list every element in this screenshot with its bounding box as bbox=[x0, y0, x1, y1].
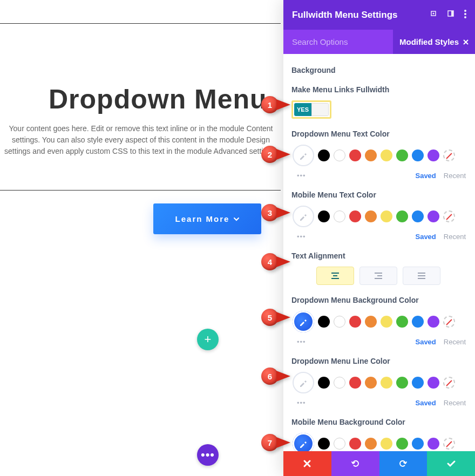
swatch[interactable] bbox=[349, 149, 361, 161]
swatch-transparent[interactable] bbox=[443, 377, 455, 389]
svg-point-5 bbox=[464, 13, 466, 15]
toggle-knob bbox=[311, 103, 329, 116]
fab-add-button[interactable]: + bbox=[197, 329, 219, 350]
saved-tab[interactable]: Saved bbox=[415, 399, 436, 407]
more-dots[interactable]: ••• bbox=[297, 399, 306, 407]
saved-tab[interactable]: Saved bbox=[415, 338, 436, 346]
fab-more-button[interactable]: ••• bbox=[197, 444, 219, 466]
redo-button[interactable] bbox=[379, 451, 428, 476]
saved-tab[interactable]: Saved bbox=[415, 172, 436, 180]
swatch[interactable] bbox=[428, 316, 439, 328]
panel-body: Background Make Menu Links Fullwidth YES… bbox=[283, 54, 475, 451]
swatch[interactable] bbox=[381, 316, 392, 328]
label-dd-line-color: Dropdown Menu Line Color bbox=[291, 357, 467, 365]
svg-point-4 bbox=[464, 10, 466, 12]
saved-tab[interactable]: Saved bbox=[415, 233, 436, 241]
swatch[interactable] bbox=[412, 316, 424, 328]
search-options[interactable]: Search Options bbox=[292, 37, 348, 46]
swatch[interactable] bbox=[334, 210, 345, 222]
fullwidth-toggle[interactable]: YES bbox=[294, 103, 329, 116]
divider bbox=[0, 190, 281, 191]
swatch[interactable] bbox=[381, 438, 392, 450]
text-alignment-group bbox=[316, 267, 467, 285]
expand-icon[interactable] bbox=[430, 10, 437, 21]
color-picker-button[interactable] bbox=[293, 206, 314, 227]
swatch[interactable] bbox=[428, 210, 439, 222]
learn-more-button[interactable]: Learn More bbox=[153, 203, 261, 234]
label-dd-bg-color: Dropdown Menu Background Color bbox=[291, 296, 467, 304]
align-right-button[interactable] bbox=[359, 267, 397, 285]
swatch[interactable] bbox=[365, 210, 377, 222]
swatch-transparent[interactable] bbox=[443, 210, 455, 222]
swatch[interactable] bbox=[318, 377, 330, 389]
swatch[interactable] bbox=[334, 316, 345, 328]
label-mobile-text-color: Mobile Menu Text Color bbox=[291, 191, 467, 199]
swatch[interactable] bbox=[365, 438, 377, 450]
swatch[interactable] bbox=[334, 377, 345, 389]
swatch[interactable] bbox=[412, 438, 424, 450]
label-text-alignment: Text Alignment bbox=[291, 251, 467, 260]
swatch-row-mobile-text bbox=[293, 206, 467, 227]
cancel-button[interactable] bbox=[283, 451, 331, 476]
swatch[interactable] bbox=[428, 377, 439, 389]
more-dots[interactable]: ••• bbox=[297, 338, 306, 346]
save-button[interactable] bbox=[427, 451, 475, 476]
swatch[interactable] bbox=[396, 438, 408, 450]
align-center-button[interactable] bbox=[316, 267, 354, 285]
eyedropper-icon bbox=[298, 317, 308, 327]
undo-button[interactable] bbox=[331, 451, 379, 476]
swatch[interactable] bbox=[334, 438, 345, 450]
modified-styles-chip[interactable]: Modified Styles bbox=[393, 30, 475, 54]
color-picker-button[interactable] bbox=[293, 372, 314, 393]
undo-icon bbox=[350, 459, 360, 468]
align-justify-button[interactable] bbox=[403, 267, 440, 285]
swatch[interactable] bbox=[396, 316, 408, 328]
swatch[interactable] bbox=[396, 210, 408, 222]
recent-tab[interactable]: Recent bbox=[444, 233, 466, 241]
swatch[interactable] bbox=[365, 149, 377, 161]
swatch[interactable] bbox=[412, 210, 424, 222]
recent-tab[interactable]: Recent bbox=[444, 338, 466, 346]
swatch[interactable] bbox=[349, 438, 361, 450]
color-picker-button[interactable] bbox=[293, 311, 314, 332]
label-make-fullwidth: Make Menu Links Fullwidth bbox=[291, 85, 467, 94]
eyedropper-icon bbox=[298, 378, 308, 387]
learn-more-label: Learn More bbox=[175, 214, 230, 223]
swatch[interactable] bbox=[381, 377, 392, 389]
swatch[interactable] bbox=[318, 210, 330, 222]
toggle-yes: YES bbox=[294, 103, 311, 116]
close-icon[interactable] bbox=[463, 39, 469, 45]
swatch[interactable] bbox=[381, 210, 392, 222]
more-dots[interactable]: ••• bbox=[297, 172, 306, 180]
recent-tab[interactable]: Recent bbox=[444, 399, 466, 407]
settings-panel: Fullwidth Menu Settings Search Options M… bbox=[283, 0, 475, 476]
swatch[interactable] bbox=[349, 316, 361, 328]
swatch[interactable] bbox=[396, 377, 408, 389]
swatch[interactable] bbox=[365, 377, 377, 389]
menu-icon[interactable] bbox=[464, 10, 466, 21]
swatch[interactable] bbox=[412, 149, 424, 161]
swatch[interactable] bbox=[428, 149, 439, 161]
swatch[interactable] bbox=[349, 210, 361, 222]
swatch[interactable] bbox=[412, 377, 424, 389]
swatch[interactable] bbox=[365, 316, 377, 328]
swatch-transparent[interactable] bbox=[443, 316, 455, 328]
swatch[interactable] bbox=[318, 316, 330, 328]
page-title: Dropdown Menu bbox=[49, 84, 267, 115]
swatch[interactable] bbox=[396, 149, 408, 161]
color-picker-button[interactable] bbox=[293, 433, 314, 451]
color-picker-button[interactable] bbox=[293, 145, 314, 166]
snap-icon[interactable] bbox=[447, 10, 454, 21]
swatch[interactable] bbox=[428, 438, 439, 450]
more-dots[interactable]: ••• bbox=[297, 233, 306, 241]
swatch[interactable] bbox=[318, 149, 330, 161]
recent-tab[interactable]: Recent bbox=[444, 172, 466, 180]
swatch-transparent[interactable] bbox=[443, 149, 455, 161]
swatch-transparent[interactable] bbox=[443, 438, 455, 450]
eyedropper-icon bbox=[298, 212, 308, 221]
swatch[interactable] bbox=[334, 149, 345, 161]
svg-rect-3 bbox=[451, 11, 453, 16]
swatch[interactable] bbox=[318, 438, 330, 450]
swatch[interactable] bbox=[381, 149, 392, 161]
swatch[interactable] bbox=[349, 377, 361, 389]
